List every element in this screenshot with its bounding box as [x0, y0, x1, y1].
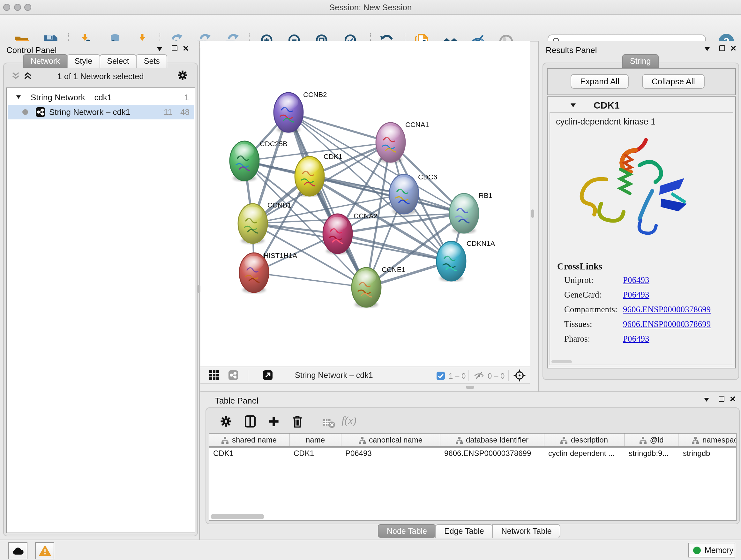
crosslink-value-link[interactable]: 9606.ENSP00000378699 — [623, 305, 711, 315]
network-edge[interactable] — [288, 112, 391, 142]
protein-description: cyclin-dependent kinase 1 — [556, 117, 656, 126]
delete-table-icon[interactable] — [322, 416, 336, 430]
table-cell[interactable]: stringdb:9... — [625, 448, 679, 460]
float-panel-icon[interactable] — [719, 396, 724, 401]
expand-collapse-bar: Expand All Collapse All — [547, 68, 736, 95]
results-panel-title: Results Panel — [546, 45, 597, 55]
table-column-header[interactable]: shared name — [209, 434, 290, 446]
detach-view-icon[interactable] — [263, 370, 273, 382]
table-hscrollbar-thumb[interactable] — [211, 514, 264, 519]
bottom-splitter-handle[interactable] — [466, 386, 474, 389]
tab-network-table[interactable]: Network Table — [492, 524, 561, 538]
strip-separator — [468, 370, 469, 381]
crosslink-row: Tissues:9606.ENSP00000378699 — [564, 319, 729, 334]
close-panel-icon[interactable]: ✕ — [183, 45, 189, 52]
network-edge[interactable] — [288, 112, 366, 287]
crosslink-value-link[interactable]: P06493 — [623, 275, 650, 286]
tab-node-table[interactable]: Node Table — [378, 524, 436, 538]
network-collection-row[interactable]: String Network – cdk1 1 — [8, 90, 194, 105]
delete-trash-icon[interactable] — [290, 415, 305, 428]
network-node[interactable]: RB1 — [449, 192, 492, 234]
strip-separator — [508, 370, 509, 381]
network-tab-card: 1 of 1 Network selected String Network –… — [3, 63, 198, 537]
network-collection-label: String Network – cdk1 — [30, 92, 112, 102]
float-panel-icon[interactable] — [719, 45, 725, 51]
network-row-label: String Network – cdk1 — [49, 107, 130, 117]
table-cell[interactable]: cyclin-dependent ... — [544, 448, 625, 460]
string-network-icon — [36, 107, 45, 119]
table-column-header[interactable]: description — [544, 434, 625, 446]
table-column-header[interactable]: name — [290, 434, 341, 446]
results-scrollbar-thumb[interactable] — [551, 360, 572, 363]
crosslink-value-link[interactable]: 9606.ENSP00000378699 — [623, 319, 711, 329]
memory-status-dot — [693, 546, 701, 554]
table-cell[interactable]: stringdb — [679, 448, 737, 460]
tab-edge-table[interactable]: Edge Table — [435, 524, 493, 538]
table-cell[interactable]: CDK1 — [209, 448, 290, 460]
cytoscape-window: Session: New Session — [0, 0, 741, 560]
protein-collapse-icon[interactable] — [570, 104, 576, 107]
table-cell[interactable]: P06493 — [341, 448, 441, 460]
add-row-plus-icon[interactable] — [267, 415, 281, 428]
collapse-panel-icon[interactable] — [157, 47, 162, 51]
tab-select[interactable]: Select — [99, 54, 137, 68]
tab-sets[interactable]: Sets — [136, 54, 167, 68]
crosslink-label: Compartments: — [564, 305, 617, 314]
network-options-gear-icon[interactable] — [176, 69, 189, 84]
grid-view-icon[interactable] — [209, 370, 219, 382]
close-panel-icon[interactable]: ✕ — [730, 45, 737, 52]
table-row[interactable]: CDK1CDK1P064939606.ENSP00000378699cyclin… — [209, 448, 736, 460]
network-node-label: CDKN1A — [467, 240, 495, 247]
warning-button[interactable] — [35, 542, 54, 559]
memory-button[interactable]: Memory — [688, 543, 735, 557]
show-columns-icon[interactable] — [243, 415, 257, 428]
column-tree-icon — [692, 436, 699, 443]
cloud-button[interactable] — [8, 542, 27, 559]
right-splitter-handle[interactable] — [531, 209, 534, 218]
table-column-header[interactable]: namespace — [679, 434, 737, 446]
network-canvas[interactable]: CCNB2CCNA1CDC25BCDK1CDC6RB1CCNB1CCNA2CDK… — [200, 41, 530, 367]
tab-style[interactable]: Style — [67, 54, 100, 68]
float-panel-icon[interactable] — [172, 45, 178, 51]
table-cell[interactable]: CDK1 — [290, 448, 341, 460]
crosslink-row: Pharos:P06493 — [564, 334, 729, 349]
expand-all-button[interactable]: Expand All — [570, 74, 629, 89]
network-node-label: RB1 — [479, 192, 492, 199]
table-column-header[interactable]: @id — [625, 434, 679, 446]
birds-eye-crosshair-icon[interactable] — [513, 369, 526, 384]
crosslink-row: GeneCard:P06493 — [564, 290, 729, 305]
memory-label: Memory — [704, 546, 733, 555]
function-builder-icon[interactable]: f(x) — [341, 415, 356, 427]
column-tree-icon — [561, 436, 568, 443]
network-edge[interactable] — [254, 273, 366, 287]
control-panel-title: Control Panel — [6, 45, 57, 55]
tab-string[interactable]: String — [622, 54, 658, 68]
network-node[interactable]: HIST1H1A — [239, 252, 297, 293]
cloud-icon — [12, 547, 24, 555]
network-row-selected[interactable]: String Network – cdk1 11 48 — [8, 105, 194, 119]
crosslink-value-link[interactable]: P06493 — [623, 334, 650, 344]
tree-expand-icon[interactable] — [16, 96, 21, 99]
hidden-eye-icon[interactable] — [474, 371, 484, 382]
table-column-label: shared name — [232, 435, 277, 444]
network-list-icon[interactable] — [228, 370, 238, 382]
network-node[interactable]: CCNE1 — [352, 266, 406, 308]
string-results-card: Expand All Collapse All CDK1 cyclin-depe… — [542, 63, 739, 380]
network-node[interactable]: CCNA1 — [376, 121, 429, 163]
column-tree-icon — [359, 436, 366, 443]
table-column-header[interactable]: database identifier — [441, 434, 544, 446]
selected-checkbox-icon[interactable] — [436, 371, 445, 382]
crosslink-value-link[interactable]: P06493 — [623, 290, 650, 300]
collapse-panel-icon[interactable] — [704, 47, 710, 51]
network-node[interactable]: CDKN1A — [436, 240, 495, 282]
network-node[interactable]: CCNB2 — [274, 91, 327, 133]
left-splitter-handle[interactable] — [197, 285, 200, 293]
network-view-title: String Network – cdk1 — [295, 371, 373, 380]
table-settings-gear-icon[interactable] — [219, 415, 233, 428]
close-panel-icon[interactable]: ✕ — [730, 396, 736, 402]
tab-network[interactable]: Network — [23, 54, 68, 68]
collapse-all-button[interactable]: Collapse All — [642, 74, 704, 89]
collapse-panel-icon[interactable] — [704, 398, 709, 401]
table-column-header[interactable]: canonical name — [341, 434, 441, 446]
table-cell[interactable]: 9606.ENSP00000378699 — [441, 448, 544, 460]
